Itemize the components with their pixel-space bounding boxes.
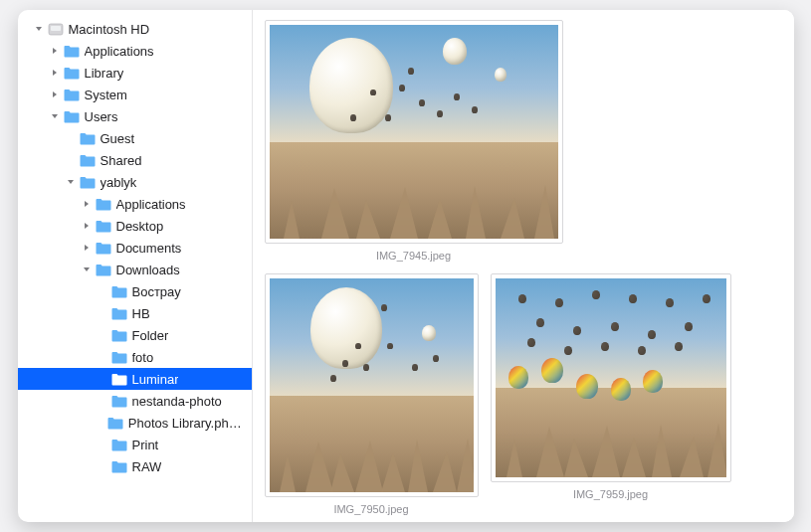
folder-icon (64, 88, 80, 101)
thumbnail-item[interactable]: IMG_7950.jpeg (265, 273, 479, 515)
tree-label: Documents (116, 241, 182, 256)
disk-icon (48, 22, 64, 36)
disclosure-spacer (96, 328, 109, 342)
tree-row-system[interactable]: System (18, 84, 252, 105)
disclosure-spacer (96, 438, 109, 451)
tree-label: System (85, 88, 127, 102)
folder-icon (111, 394, 127, 408)
tree-row-desktop[interactable]: Desktop (18, 215, 252, 237)
tree-label: Print (132, 438, 159, 452)
folder-icon (80, 175, 96, 189)
folder-icon (96, 219, 111, 233)
thumbnail-image (265, 273, 479, 497)
tree-row-folder[interactable]: Folder (18, 324, 252, 346)
disclosure-right-icon[interactable] (80, 219, 94, 233)
disclosure-down-icon[interactable] (80, 263, 94, 276)
folder-icon (111, 350, 127, 364)
folder-icon (64, 109, 80, 123)
tree-row-applications[interactable]: Applications (18, 193, 252, 215)
tree-row-users[interactable]: Users (18, 105, 252, 127)
folder-icon (111, 438, 127, 451)
folder-icon (64, 44, 80, 58)
folder-icon (64, 66, 80, 80)
folder-icon (96, 197, 111, 211)
disclosure-spacer (64, 153, 78, 167)
tree-row-nestanda-photo[interactable]: nestanda-photo (18, 390, 252, 412)
thumbnail-image (265, 20, 563, 244)
thumbnail-item[interactable]: IMG_7959.jpeg (491, 273, 731, 515)
tree-label: Вострау (132, 284, 181, 299)
disclosure-spacer (96, 394, 109, 408)
tree-label: Users (85, 109, 118, 124)
thumbnail-grid[interactable]: IMG_7945.jpegIMG_7950.jpegIMG_7959.jpegI… (253, 10, 794, 522)
tree-label: Photos Library.photoslibrary (128, 416, 246, 431)
tree-row-applications[interactable]: Applications (18, 40, 252, 62)
disclosure-spacer (96, 416, 105, 430)
tree-label: Library (85, 66, 124, 81)
tree-row-shared[interactable]: Shared (18, 149, 252, 171)
tree-label: HB (132, 306, 150, 321)
tree-label: Applications (85, 44, 154, 59)
disclosure-right-icon[interactable] (48, 44, 62, 58)
tree-row-guest[interactable]: Guest (18, 127, 252, 149)
finder-window: Macintosh HDApplicationsLibrarySystemUse… (18, 10, 794, 522)
thumbnail-image (491, 273, 731, 482)
disclosure-spacer (64, 131, 78, 145)
thumbnail-filename: IMG_7945.jpeg (376, 250, 451, 262)
tree-row-library[interactable]: Library (18, 62, 252, 84)
tree-row-hb[interactable]: HB (18, 302, 252, 324)
folder-icon (107, 416, 123, 430)
tree-row--[interactable]: Вострау (18, 280, 252, 302)
disclosure-spacer (96, 306, 109, 320)
tree-label: Downloads (116, 263, 180, 277)
tree-label: Guest (101, 131, 135, 146)
disclosure-right-icon[interactable] (80, 241, 94, 255)
folder-tree[interactable]: Macintosh HDApplicationsLibrarySystemUse… (18, 10, 252, 522)
folder-icon (111, 306, 127, 320)
folder-icon (111, 372, 127, 386)
folder-icon (111, 459, 127, 473)
thumbnail-item[interactable]: IMG_7945.jpeg (265, 20, 563, 262)
disclosure-down-icon[interactable] (32, 22, 46, 36)
folder-icon (96, 263, 111, 276)
disclosure-spacer (96, 459, 109, 473)
tree-label: yablyk (101, 175, 137, 190)
disclosure-down-icon[interactable] (64, 175, 78, 189)
disclosure-right-icon[interactable] (48, 88, 62, 101)
folder-icon (111, 328, 127, 342)
disclosure-spacer (96, 284, 109, 298)
disclosure-spacer (96, 350, 109, 364)
folder-icon (80, 131, 96, 145)
tree-label: Desktop (116, 219, 164, 234)
folder-icon (111, 284, 127, 298)
sidebar-pane: Macintosh HDApplicationsLibrarySystemUse… (18, 10, 253, 522)
tree-label: Applications (116, 197, 186, 212)
disclosure-right-icon[interactable] (48, 66, 62, 80)
tree-label: nestanda-photo (132, 394, 222, 409)
tree-row-foto[interactable]: foto (18, 346, 252, 368)
disclosure-right-icon[interactable] (80, 197, 94, 211)
tree-label: Shared (101, 153, 142, 168)
tree-row-raw[interactable]: RAW (18, 455, 252, 477)
svg-rect-1 (51, 26, 61, 31)
tree-label: foto (132, 350, 154, 365)
thumbnail-filename: IMG_7959.jpeg (573, 488, 648, 500)
tree-label: RAW (132, 459, 162, 474)
tree-row-luminar[interactable]: Luminar (18, 368, 252, 390)
tree-row-documents[interactable]: Documents (18, 237, 252, 259)
tree-label: Folder (132, 328, 169, 343)
tree-row-yablyk[interactable]: yablyk (18, 171, 252, 193)
tree-row-downloads[interactable]: Downloads (18, 259, 252, 280)
folder-icon (80, 153, 96, 167)
tree-row-photos-library-photoslibrary[interactable]: Photos Library.photoslibrary (18, 412, 252, 434)
thumbnail-filename: IMG_7950.jpeg (333, 503, 408, 515)
tree-label: Luminar (132, 372, 179, 387)
disclosure-spacer (96, 372, 109, 386)
tree-row-macintosh-hd[interactable]: Macintosh HD (18, 18, 252, 40)
disclosure-down-icon[interactable] (48, 109, 62, 123)
tree-label: Macintosh HD (69, 22, 150, 37)
tree-row-print[interactable]: Print (18, 434, 252, 455)
folder-icon (96, 241, 111, 255)
